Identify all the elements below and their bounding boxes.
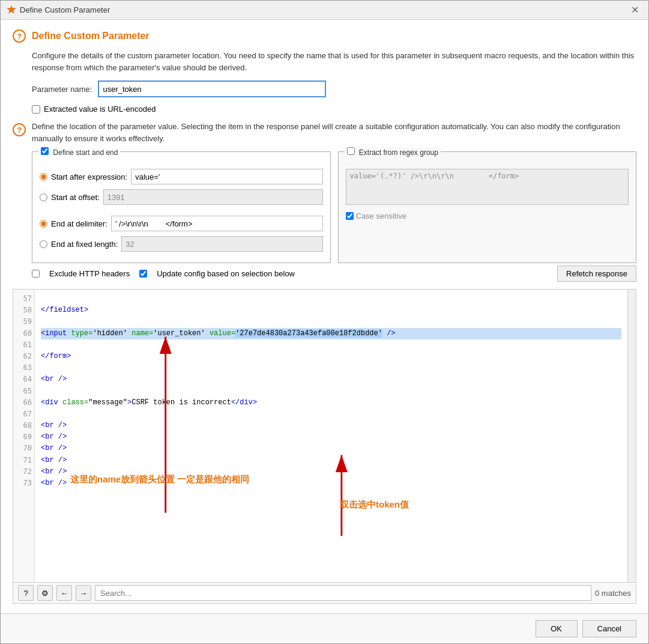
end-fixed-label: End at fixed length: [51, 240, 118, 249]
forward-toolbar-button[interactable]: → [76, 585, 91, 601]
case-sensitive-label: Case sensitive [356, 211, 407, 220]
ok-button[interactable]: OK [536, 620, 578, 637]
dialog-body: ? Define Custom Parameter Configure the … [1, 20, 648, 613]
end-fixed-input[interactable] [121, 236, 322, 252]
code-line-58: </fieldset> [41, 305, 621, 316]
define-start-end-checkbox[interactable] [41, 147, 49, 155]
code-area: 57 58 59 60 61 62 63 64 65 66 67 68 69 7… [13, 289, 636, 604]
regex-input[interactable]: value='(.*?)' />\r\n\r\n </form> [346, 169, 629, 205]
code-line-62: </form> [41, 351, 621, 362]
panel-regex: Extract from regex group value='(.*?)' /… [338, 151, 637, 263]
code-line-59 [41, 316, 621, 327]
header-description: Configure the details of the custom para… [32, 50, 636, 73]
title-bar-left: Define Custom Parameter [7, 5, 110, 15]
code-toolbar: ? ⚙ ← → 0 matches [13, 582, 636, 603]
cancel-button[interactable]: Cancel [582, 620, 636, 637]
code-line-72: <br /> [41, 466, 621, 478]
start-after-input[interactable] [131, 169, 322, 184]
code-line-66: <div class="message">CSRF token is incor… [41, 397, 621, 409]
update-config-label: Update config based on selection below [157, 269, 295, 278]
end-delimiter-radio[interactable] [40, 220, 47, 228]
refetch-button[interactable]: Refetch response [557, 266, 636, 282]
end-delimiter-row: End at delimiter: [40, 216, 323, 231]
end-fixed-radio[interactable] [40, 240, 47, 248]
start-offset-radio[interactable] [40, 193, 47, 201]
code-line-65 [41, 386, 621, 397]
help-icon-2[interactable]: ? [13, 123, 26, 136]
code-line-60[interactable]: <input type='hidden' name='user_token' v… [41, 328, 621, 339]
vertical-scrollbar[interactable] [627, 290, 636, 582]
param-name-label: Parameter name: [32, 85, 92, 94]
param-name-row: Parameter name: [32, 80, 636, 97]
settings-toolbar-button[interactable]: ⚙ [37, 585, 53, 601]
panel-left-legend: Define start and end [38, 147, 120, 157]
code-line-69: <br /> [41, 431, 621, 443]
code-lines: </fieldset> <input type='hidden' name='u… [35, 290, 627, 582]
exclude-headers-label: Exclude HTTP headers [49, 269, 130, 278]
code-search-input[interactable] [95, 585, 591, 601]
dialog-footer: OK Cancel [1, 613, 648, 643]
code-line-70: <br /> [41, 443, 621, 454]
case-sensitive-row: Case sensitive [346, 211, 629, 220]
code-line-57 [41, 293, 621, 305]
end-delimiter-label: End at delimiter: [51, 219, 107, 228]
exclude-headers-checkbox[interactable] [32, 270, 40, 278]
lightning-icon [7, 5, 16, 15]
location-section: ? Define the location of the parameter v… [13, 121, 636, 282]
code-line-73: <br /> [41, 478, 621, 489]
section-header: ? Define Custom Parameter [13, 29, 636, 43]
line-numbers: 57 58 59 60 61 62 63 64 65 66 67 68 69 7… [13, 290, 35, 582]
update-config-checkbox[interactable] [139, 270, 147, 278]
start-after-label: Start after expression: [51, 172, 127, 181]
start-after-radio[interactable] [40, 173, 47, 181]
url-encoded-checkbox[interactable] [32, 105, 40, 114]
dialog-title: Define Custom Parameter [20, 5, 110, 14]
start-offset-input[interactable] [103, 189, 323, 205]
dialog-container: Define Custom Parameter ✕ ? Define Custo… [0, 0, 649, 644]
close-button[interactable]: ✕ [627, 4, 642, 16]
code-line-61 [41, 339, 621, 351]
end-fixed-row: End at fixed length: [40, 236, 323, 252]
end-delimiter-input[interactable] [111, 216, 323, 231]
location-content: Define the location of the parameter val… [32, 121, 636, 282]
back-toolbar-button[interactable]: ← [56, 585, 72, 601]
location-description: Define the location of the parameter val… [32, 121, 636, 144]
code-line-63 [41, 362, 621, 374]
code-line-71: <br /> [41, 455, 621, 466]
start-after-row: Start after expression: [40, 169, 323, 184]
panels-row: Define start and end Start after express… [32, 151, 636, 263]
help-icon-2-container: ? [13, 123, 26, 136]
code-line-64: <br /> [41, 374, 621, 385]
title-bar: Define Custom Parameter ✕ [1, 1, 648, 20]
case-sensitive-checkbox[interactable] [346, 212, 354, 220]
url-encoded-label: Extracted value is URL-encoded [44, 105, 155, 114]
code-line-68: <br /> [41, 420, 621, 431]
start-offset-row: Start at offset: [40, 189, 323, 205]
code-line-67 [41, 409, 621, 420]
extract-regex-checkbox[interactable] [347, 147, 355, 155]
matches-label: 0 matches [595, 589, 631, 598]
code-content: 57 58 59 60 61 62 63 64 65 66 67 68 69 7… [13, 290, 636, 582]
panel-right-legend: Extract from regex group [345, 147, 441, 157]
bottom-options: Exclude HTTP headers Update config based… [32, 266, 636, 282]
section-title: Define Custom Parameter [32, 31, 149, 41]
help-toolbar-button[interactable]: ? [18, 585, 34, 601]
start-offset-label: Start at offset: [51, 193, 100, 202]
url-encoded-row: Extracted value is URL-encoded [32, 105, 636, 114]
help-icon-1[interactable]: ? [13, 29, 26, 43]
panel-start-end: Define start and end Start after express… [32, 151, 331, 263]
param-name-input[interactable] [98, 80, 326, 97]
